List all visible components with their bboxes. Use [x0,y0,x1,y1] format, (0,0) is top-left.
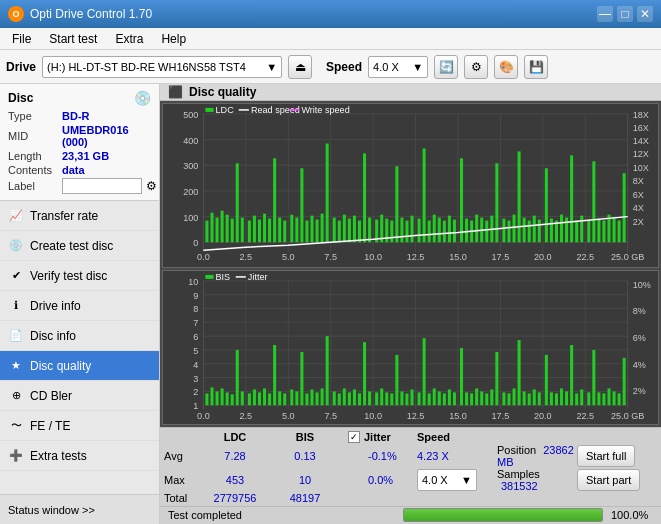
maximize-button[interactable]: □ [617,6,633,22]
settings-button[interactable]: ⚙ [464,55,488,79]
svg-rect-37 [305,220,308,242]
svg-rect-161 [253,389,256,405]
svg-rect-175 [326,336,329,405]
disc-type-label: Type [8,110,58,122]
sidebar-item-drive-info[interactable]: ℹ Drive info [0,291,159,321]
svg-rect-65 [453,219,456,242]
sidebar-item-fe-te[interactable]: 〜 FE / TE [0,411,159,441]
drive-selector[interactable]: (H:) HL-DT-ST BD-RE WH16NS58 TST4 ▼ [42,56,282,78]
total-ldc: 2779756 [200,492,270,504]
svg-rect-199 [453,392,456,405]
svg-rect-223 [580,389,583,405]
svg-rect-25 [241,217,244,242]
svg-rect-202 [470,393,473,405]
drive-label: Drive [6,60,36,74]
svg-rect-31 [273,158,276,242]
cd-bler-icon: ⊕ [8,388,24,404]
disc-panel-icon[interactable]: 💿 [134,90,151,106]
svg-rect-171 [305,393,308,405]
svg-rect-184 [375,392,378,405]
svg-rect-29 [263,213,266,242]
svg-rect-160 [248,393,251,405]
start-full-area: Start full [577,445,657,467]
svg-rect-159 [241,391,244,405]
svg-rect-183 [368,391,371,405]
save-button[interactable]: 💾 [524,55,548,79]
svg-rect-93 [602,220,605,242]
svg-rect-188 [395,355,398,405]
svg-text:15.0: 15.0 [449,411,467,421]
svg-rect-168 [290,389,293,405]
svg-rect-43 [338,220,341,242]
menu-start-test[interactable]: Start test [41,30,105,48]
disc-label-icon[interactable]: ⚙ [146,179,157,193]
status-window-label: Status window >> [8,504,95,516]
menu-file[interactable]: File [4,30,39,48]
svg-text:2%: 2% [633,386,646,396]
svg-rect-39 [316,219,319,242]
svg-rect-54 [395,166,398,242]
svg-rect-57 [411,215,414,242]
svg-rect-87 [570,155,573,242]
svg-rect-60 [428,220,431,242]
svg-text:9: 9 [193,290,198,300]
svg-text:Jitter: Jitter [248,272,268,282]
eject-button[interactable]: ⏏ [288,55,312,79]
close-button[interactable]: ✕ [637,6,653,22]
svg-text:5.0: 5.0 [282,252,295,262]
start-part-button[interactable]: Start part [577,469,640,491]
disc-label-key: Label [8,180,58,192]
speed-selector-stats[interactable]: 4.0 X ▼ [417,469,477,491]
svg-rect-32 [278,217,281,242]
svg-text:400: 400 [183,135,198,145]
sidebar-item-cd-bler[interactable]: ⊕ CD Bler [0,381,159,411]
menu-help[interactable]: Help [153,30,194,48]
svg-rect-213 [528,393,531,405]
svg-rect-96 [618,220,621,242]
svg-rect-58 [418,218,421,242]
start-full-button[interactable]: Start full [577,445,635,467]
svg-rect-67 [465,218,468,242]
sidebar-item-extra-tests[interactable]: ➕ Extra tests [0,441,159,471]
menu-extra[interactable]: Extra [107,30,151,48]
avg-speed: 4.23 X [417,450,497,462]
toolbar: Drive (H:) HL-DT-ST BD-RE WH16NS58 TST4 … [0,50,661,84]
svg-text:7.5: 7.5 [324,411,337,421]
ldc-chart: 500 400 300 200 100 0 18X 16X 14X 12X 10… [162,103,659,268]
progress-bar-fill [404,509,602,521]
avg-ldc: 7.28 [200,450,270,462]
drive-info-label: Drive info [30,299,81,313]
sidebar-item-transfer-rate[interactable]: 📈 Transfer rate [0,201,159,231]
speed-selector[interactable]: 4.0 X ▼ [368,56,428,78]
title-bar-left: O Opti Drive Control 1.70 [8,6,152,22]
speed-select-row[interactable]: 4.0 X ▼ [417,469,497,491]
stats-max-row: Max 453 10 0.0% 4.0 X ▼ Samples 381532 S… [164,468,657,492]
sidebar-item-verify-test-disc[interactable]: ✔ Verify test disc [0,261,159,291]
color-button[interactable]: 🎨 [494,55,518,79]
minimize-button[interactable]: — [597,6,613,22]
svg-text:22.5: 22.5 [576,252,594,262]
sidebar-item-disc-info[interactable]: 📄 Disc info [0,321,159,351]
disc-label-input[interactable] [62,178,142,194]
svg-rect-80 [533,215,536,242]
svg-rect-75 [507,220,510,242]
svg-rect-20 [216,217,219,242]
jitter-checkbox[interactable]: ✓ [348,431,360,443]
sidebar-item-create-test-disc[interactable]: 💿 Create test disc [0,231,159,261]
svg-rect-195 [433,388,436,405]
disc-mid-label: MID [8,130,58,142]
svg-text:1: 1 [193,401,198,411]
svg-rect-41 [326,143,329,242]
chart-container: 500 400 300 200 100 0 18X 16X 14X 12X 10… [160,101,661,427]
status-window-button[interactable]: Status window >> [0,494,159,524]
svg-rect-181 [358,393,361,405]
sidebar-item-disc-quality[interactable]: ★ Disc quality [0,351,159,381]
svg-rect-40 [321,213,324,242]
svg-text:17.5: 17.5 [492,411,510,421]
refresh-button[interactable]: 🔄 [434,55,458,79]
disc-contents-value: data [62,164,85,176]
svg-text:17.5: 17.5 [492,252,510,262]
svg-rect-42 [333,217,336,242]
svg-rect-201 [465,392,468,405]
window-controls: — □ ✕ [597,6,653,22]
